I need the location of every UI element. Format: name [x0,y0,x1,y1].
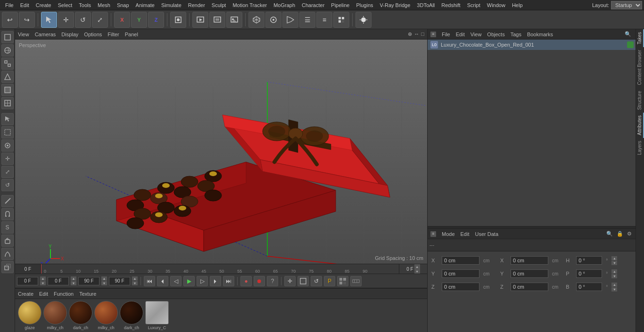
rotate-tool-button[interactable]: ↺ [75,12,91,28]
grid-button[interactable] [337,276,348,286]
viewport-menu-cameras[interactable]: Cameras [35,32,56,37]
pos-y-field[interactable] [442,269,479,278]
mode-polygons-button[interactable] [1,84,14,96]
pos-z-field[interactable] [442,283,479,291]
select-tool-button[interactable] [41,12,57,28]
material-dark-ch-1[interactable]: dark_ch [69,301,92,330]
object-row-main[interactable]: L0 Luxury_Chocolate_Box_Open_Red_001 ⋯ [428,40,644,50]
menu-select[interactable]: Select [55,1,76,9]
material-dark-ch-2[interactable]: dark_ch [120,301,143,330]
material-milky-ch-2[interactable]: milky_ch [94,301,118,330]
motion-path-button[interactable]: ↺ [311,276,322,286]
material-milky-ch-1[interactable]: milky_ch [43,301,67,330]
goto-end-button[interactable]: ⏭ [223,276,234,286]
mode-move-tool[interactable]: ✛ [1,153,14,165]
rot-b-field[interactable] [576,283,602,291]
mode-live-selection[interactable] [1,113,14,125]
material-glaze[interactable]: glaze [18,301,41,330]
mat-menu-function[interactable]: Function [54,291,74,297]
mode-model-button[interactable] [1,31,14,43]
viewport-lock-icon[interactable]: ⊕ [408,31,412,37]
start-frame-up[interactable]: ▲ [40,276,46,281]
mat-menu-edit[interactable]: Edit [39,291,48,297]
attr-lock-icon[interactable]: 🔒 [615,231,625,237]
mode-uvw-button[interactable] [1,97,14,109]
viewport-arrow-icon[interactable]: ↔ [414,31,419,37]
snap-settings-button[interactable] [333,12,349,28]
axis-y-button[interactable]: Y [131,12,147,28]
light-scheme-button[interactable] [355,12,372,28]
menu-render[interactable]: Render [185,1,208,9]
record-button[interactable]: ⏺ [254,276,265,286]
attr-menu-edit[interactable]: Edit [461,231,470,237]
mat-menu-texture[interactable]: Texture [79,291,96,297]
vtab-takes[interactable]: Takes [636,29,644,47]
undo-button[interactable]: ↩ [2,12,18,28]
timeline-ruler-marks[interactable]: 0 5 10 15 20 25 30 35 40 45 50 55 60 65 … [41,264,399,274]
mode-points-button[interactable] [1,57,14,70]
rot-p-field[interactable] [576,269,602,278]
vtab-attributes[interactable]: Attributes [636,113,644,138]
menu-mograph[interactable]: MoGraph [270,1,298,9]
viewport-menu-display[interactable]: Display [61,32,78,37]
render-picture-button[interactable] [226,12,242,28]
rot-p-up[interactable]: ▲ [611,269,617,274]
redo-button[interactable]: ↪ [19,12,35,28]
mode-smear-tool[interactable]: S [1,221,14,234]
current-frame-field[interactable] [48,277,69,285]
menu-redshift[interactable]: Redshift [438,1,463,9]
axis-z-button[interactable]: Z [148,12,164,28]
mode-scale-tool[interactable]: ⤢ [1,166,14,178]
rot-b-up[interactable]: ▲ [611,283,617,287]
attr-search-icon[interactable]: 🔍 [605,231,614,237]
mode-texture-button[interactable] [1,44,14,57]
preview-end-down[interactable]: ▼ [132,281,138,285]
play-button[interactable]: ▶ [183,276,195,286]
obj-menu-file[interactable]: File [442,32,450,37]
menu-plugins[interactable]: Plugins [353,1,376,9]
preview-end-field[interactable] [109,277,130,285]
hair-mode-button[interactable]: ≡ [316,12,332,28]
menu-3dtoall[interactable]: 3DToAll [413,1,438,9]
render-view-button[interactable] [192,12,208,28]
menu-tools[interactable]: Tools [75,1,94,9]
mode-grab-tool[interactable] [1,235,14,247]
viewport-maximize-icon[interactable]: □ [421,31,424,37]
vtab-structure[interactable]: Structure [636,88,644,113]
render-settings-button[interactable] [209,12,225,28]
mode-edges-button[interactable] [1,71,14,83]
timeline-mode-button[interactable] [350,276,362,286]
uv-mode-button[interactable]: ☰ [299,12,315,28]
obj-menu-tags[interactable]: Tags [511,32,521,37]
scale-tool-button[interactable]: ⤢ [92,12,108,28]
frame-counter-down[interactable]: ▼ [414,269,420,274]
rot-h-field[interactable] [576,256,602,265]
layout-select[interactable]: Startup [611,1,642,9]
size-z-field[interactable] [511,283,548,291]
obj-menu-view[interactable]: View [471,32,482,37]
obj-menu-edit[interactable]: Edit [456,32,465,37]
vtab-layers[interactable]: Layers [636,138,644,158]
rot-h-down[interactable]: ▼ [611,261,617,265]
draw-mode-button[interactable] [265,12,281,28]
selection-mode-button[interactable] [297,276,309,286]
menu-motion-tracker[interactable]: Motion Tracker [229,1,270,9]
menu-window[interactable]: Window [484,1,509,9]
menu-create[interactable]: Create [33,1,55,9]
mode-weight-tool[interactable] [1,248,14,260]
end-frame-field[interactable] [78,277,99,285]
step-forward-large-button[interactable]: ⏵ [210,276,221,286]
size-x-field[interactable] [511,256,548,265]
viewport-menu-filter[interactable]: Filter [107,32,119,37]
menu-file[interactable]: File [2,1,17,9]
attr-settings-icon[interactable]: ⚙ [626,231,633,237]
end-frame-up[interactable]: ▲ [101,276,107,281]
menu-simulate[interactable]: Simulate [158,1,185,9]
obj-menu-objects[interactable]: Objects [487,32,504,37]
pos-x-field[interactable] [442,256,479,265]
menu-edit[interactable]: Edit [17,1,33,9]
menu-vray[interactable]: V-Ray Bridge [377,1,414,9]
timeline-ruler[interactable]: 0 F 0 5 10 15 20 25 30 35 40 45 50 [15,264,427,274]
menu-sculpt[interactable]: Sculpt [208,1,230,9]
viewport-menu-panel[interactable]: Panel [125,32,138,37]
